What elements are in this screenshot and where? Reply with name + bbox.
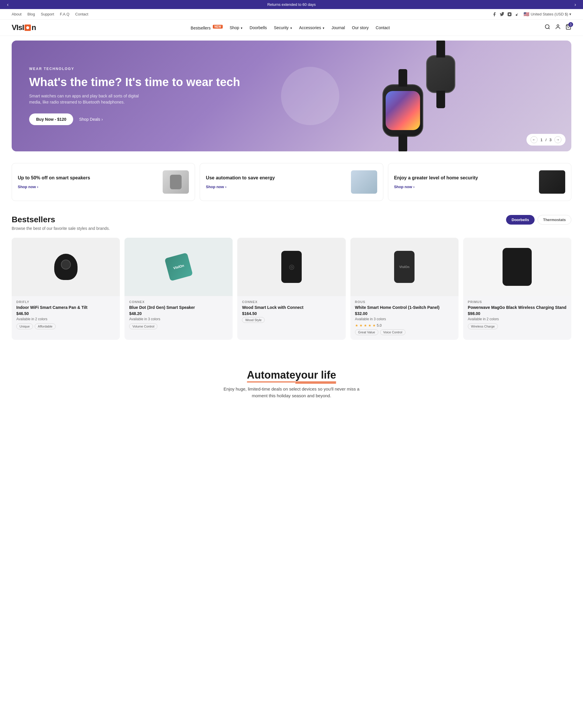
product-name-5: Powerwave MagGo Black Wireless Charging …: [468, 305, 567, 310]
promo-energy-shop-link[interactable]: Shop now ›: [206, 185, 275, 189]
promo-speakers-image: [163, 170, 189, 194]
main-nav: VIsI n Bestsellers NEW Shop ▾ Doorbells …: [0, 20, 583, 36]
nav-journal[interactable]: Journal: [331, 25, 345, 30]
nav-shop[interactable]: Shop ▾: [230, 25, 243, 30]
product-name-3: Wood Smart Lock with Connect: [242, 305, 341, 310]
promo-card-energy: Use automation to save energy Shop now ›: [200, 163, 383, 201]
product-tag-voice-control: Voice Control: [380, 329, 406, 335]
region-selector[interactable]: 🇺🇸 United States (USD $) ▾: [524, 11, 571, 17]
bestsellers-header-left: Bestsellers Browse the best of our favor…: [12, 215, 110, 231]
nav-support-link[interactable]: Support: [41, 12, 54, 16]
product-name-4: White Smart Home Control (1-Switch Panel…: [355, 305, 454, 310]
product-image-lock: [237, 238, 345, 296]
buy-now-button[interactable]: Buy Now - $120: [29, 113, 73, 125]
product-card-speaker[interactable]: VIsIOn CONNEX Blue Dot (3rd Gen) Smart S…: [124, 238, 232, 340]
bestsellers-header: Bestsellers Browse the best of our favor…: [12, 215, 571, 231]
watch-small: [426, 55, 455, 93]
tab-doorbells[interactable]: Doorbells: [506, 215, 535, 225]
nav-contact[interactable]: Contact: [376, 25, 390, 30]
star-2: ★: [359, 323, 363, 328]
nav-our-story[interactable]: Our story: [352, 25, 369, 30]
hero-page-current: 1: [540, 138, 543, 142]
product-image-camera: [12, 238, 120, 296]
logo-text: VIsI: [12, 23, 24, 32]
twitter-icon[interactable]: [500, 12, 504, 17]
promo-security-shop-link[interactable]: Shop now ›: [394, 185, 478, 189]
watch-strap-bottom: [398, 134, 407, 151]
hero-circle-decoration: [281, 67, 339, 125]
product-info-panel: ROUS White Smart Home Control (1-Switch …: [351, 296, 459, 340]
top-nav-links: About Blog Support F.A.Q Contact: [12, 12, 88, 16]
product-card-lock[interactable]: CONNEX Wood Smart Lock with Connect $164…: [237, 238, 345, 340]
nav-doorbells[interactable]: Doorbells: [250, 25, 267, 30]
banner-next-button[interactable]: ›: [572, 1, 578, 8]
hero-section: WEAR TECHNOLOGY What's the time? It's ti…: [12, 41, 571, 151]
hero-eyebrow: WEAR TECHNOLOGY: [29, 67, 240, 71]
product-tags-1: Unique Affordable: [16, 323, 115, 329]
nav-security[interactable]: Security ▾: [274, 25, 292, 30]
speaker-cube-shape: VIsIOn: [164, 253, 193, 281]
banner-prev-button[interactable]: ‹: [5, 1, 11, 8]
product-info-camera: DRIFLY Indoor WiFi Smart Camera Pan & Ti…: [12, 296, 120, 334]
social-icons: [492, 12, 520, 17]
promo-energy-image: [351, 170, 377, 194]
top-banner: ‹ Returns extended to 60 days ›: [0, 0, 583, 9]
new-badge: NEW: [213, 25, 222, 29]
product-brand-2: CONNEX: [129, 300, 228, 304]
product-name-2: Blue Dot (3rd Gen) Smart Speaker: [129, 305, 228, 310]
cart-button[interactable]: 0: [565, 24, 571, 31]
product-info-lock: CONNEX Wood Smart Lock with Connect $164…: [237, 296, 345, 328]
hero-image-area: [263, 41, 571, 151]
nav-about-link[interactable]: About: [12, 12, 22, 16]
automate-description: Enjoy huge, limited-time deals on select…: [219, 386, 364, 399]
nav-contact-link[interactable]: Contact: [75, 12, 88, 16]
product-colors-2: Available in 3 colors: [129, 317, 228, 321]
logo-text-end: n: [31, 23, 36, 32]
promo-speakers-shop-link[interactable]: Shop now ›: [18, 185, 90, 189]
nav-accessories[interactable]: Accessories ▾: [299, 25, 325, 30]
star-3: ★: [364, 323, 367, 328]
top-nav: About Blog Support F.A.Q Contact 🇺🇸 Unit…: [0, 9, 583, 20]
star-4: ★: [368, 323, 371, 328]
hero-buttons: Buy Now - $120 Shop Deals ›: [29, 113, 240, 125]
hero-next-button[interactable]: →: [554, 136, 561, 143]
logo[interactable]: VIsI n: [12, 23, 36, 32]
nav-faq-link[interactable]: F.A.Q: [60, 12, 70, 16]
account-button[interactable]: [555, 24, 561, 31]
watch-small-strap-top: [436, 41, 445, 57]
product-tags-4: Great Value Voice Control: [355, 329, 454, 335]
nav-bestsellers[interactable]: Bestsellers NEW: [191, 25, 223, 30]
shop-deals-button[interactable]: Shop Deals ›: [79, 117, 103, 122]
promo-card-energy-text: Use automation to save energy Shop now ›: [206, 175, 275, 189]
watch-small-strap-bottom: [436, 91, 445, 108]
hero-prev-button[interactable]: ←: [530, 136, 537, 143]
top-nav-right: 🇺🇸 United States (USD $) ▾: [492, 11, 571, 17]
promo-energy-title: Use automation to save energy: [206, 175, 275, 181]
region-label: United States (USD $): [530, 12, 568, 16]
tab-thermostats[interactable]: Thermostats: [537, 215, 571, 225]
product-image-panel: VIsIOn: [351, 238, 459, 296]
bestsellers-title: Bestsellers: [12, 215, 110, 224]
main-nav-links: Bestsellers NEW Shop ▾ Doorbells Securit…: [191, 25, 390, 30]
product-card-charger[interactable]: PRIMUS Powerwave MagGo Black Wireless Ch…: [463, 238, 571, 340]
star-1: ★: [355, 323, 358, 328]
product-brand-5: PRIMUS: [468, 300, 567, 304]
svg-point-4: [557, 25, 559, 27]
tiktok-icon[interactable]: [515, 12, 520, 17]
product-card-panel[interactable]: VIsIOn ROUS White Smart Home Control (1-…: [351, 238, 459, 340]
promo-card-speakers-text: Up to 50% off on smart speakers Shop now…: [18, 175, 90, 189]
search-button[interactable]: [545, 24, 550, 31]
product-card-camera[interactable]: DRIFLY Indoor WiFi Smart Camera Pan & Ti…: [12, 238, 120, 340]
product-tags-3: Wood Style: [242, 317, 341, 323]
svg-line-3: [549, 28, 550, 29]
hero-page-total: 3: [550, 138, 552, 142]
product-tag-unique: Unique: [16, 323, 33, 329]
nav-icons: 0: [545, 24, 571, 31]
nav-blog-link[interactable]: Blog: [27, 12, 35, 16]
shop-dropdown-icon: ▾: [241, 26, 243, 30]
promo-security-title: Enjoy a greater level of home security: [394, 175, 478, 181]
product-image-charger: [463, 238, 571, 296]
instagram-icon[interactable]: [507, 12, 512, 17]
shop-link-arrow: ›: [37, 185, 38, 189]
facebook-icon[interactable]: [492, 12, 497, 17]
